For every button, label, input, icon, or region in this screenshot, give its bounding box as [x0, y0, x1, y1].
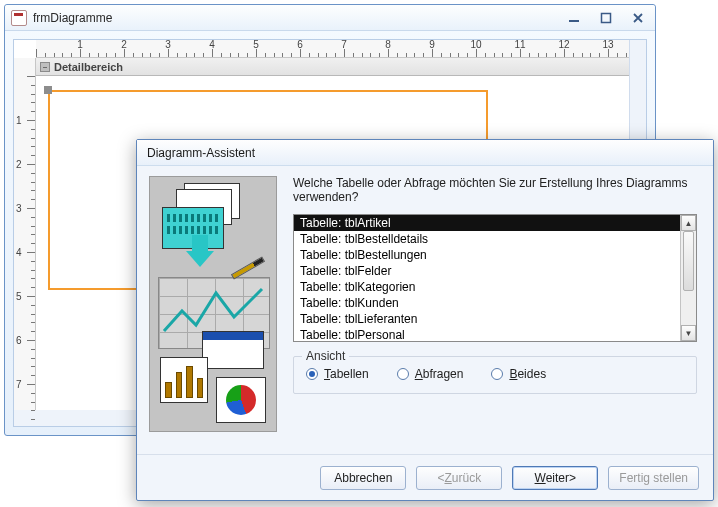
list-item[interactable]: Tabelle: tblFelder [294, 263, 680, 279]
form-icon [11, 10, 27, 26]
dialog-footer: Abbrechen < Zurück Weiter > Fertig stell… [137, 454, 713, 500]
finish-button-label: Fertig stellen [619, 471, 688, 485]
radio-icon [397, 368, 409, 380]
list-item[interactable]: Tabelle: tblLieferanten [294, 311, 680, 327]
table-listbox[interactable]: Tabelle: tblArtikelTabelle: tblBestellde… [293, 214, 697, 342]
horizontal-ruler: 12345678910111213 [36, 40, 630, 58]
titlebar[interactable]: frmDiagramme [5, 5, 655, 31]
list-item[interactable]: Tabelle: tblKategorien [294, 279, 680, 295]
scroll-up-button[interactable]: ▲ [681, 215, 696, 231]
finish-button[interactable]: Fertig stellen [608, 466, 699, 490]
back-button[interactable]: < Zurück [416, 466, 502, 490]
view-groupbox: Ansicht TabellenAbfragenBeides [293, 356, 697, 394]
dialog-titlebar[interactable]: Diagramm-Assistent [137, 140, 713, 166]
maximize-button[interactable] [595, 10, 617, 26]
wizard-illustration [149, 176, 277, 432]
next-button-label: Weiter [535, 471, 569, 485]
minimize-button[interactable] [563, 10, 585, 26]
svg-rect-1 [602, 13, 611, 22]
back-button-label: Zurück [444, 471, 481, 485]
section-header-detail[interactable]: Detailbereich [36, 58, 630, 76]
arrow-down-icon [186, 251, 214, 267]
svg-rect-0 [569, 20, 579, 22]
view-radio-abfragen[interactable]: Abfragen [397, 367, 464, 381]
view-radio-beides[interactable]: Beides [491, 367, 546, 381]
radio-label: Beides [509, 367, 546, 381]
scroll-thumb[interactable] [683, 231, 694, 291]
list-item[interactable]: Tabelle: tblBestelldetails [294, 231, 680, 247]
scroll-down-button[interactable]: ▼ [681, 325, 696, 341]
list-item[interactable]: Tabelle: tblKunden [294, 295, 680, 311]
pie-chart-icon [216, 377, 266, 423]
resize-handle-icon[interactable] [44, 86, 52, 94]
list-item[interactable]: Tabelle: tblBestellungen [294, 247, 680, 263]
section-header-label: Detailbereich [54, 61, 123, 73]
radio-label: Abfragen [415, 367, 464, 381]
radio-icon [306, 368, 318, 380]
section-toggle-icon [40, 62, 50, 72]
bar-chart-icon [160, 357, 208, 403]
list-item[interactable]: Tabelle: tblPersonal [294, 327, 680, 342]
window-title: frmDiagramme [33, 11, 112, 25]
next-button[interactable]: Weiter > [512, 466, 598, 490]
dialog-title: Diagramm-Assistent [147, 146, 255, 160]
wizard-prompt: Welche Tabelle oder Abfrage möchten Sie … [293, 176, 697, 204]
view-radio-tabellen[interactable]: Tabellen [306, 367, 369, 381]
close-button[interactable] [627, 10, 649, 26]
cancel-button[interactable]: Abbrechen [320, 466, 406, 490]
vertical-ruler: 1234567 [14, 58, 36, 410]
scrollbar[interactable]: ▲ ▼ [680, 215, 696, 341]
chart-wizard-dialog: Diagramm-Assistent Welche Tabelle oder A… [136, 139, 714, 501]
radio-icon [491, 368, 503, 380]
view-group-legend: Ansicht [302, 349, 349, 363]
radio-label: Tabellen [324, 367, 369, 381]
list-item[interactable]: Tabelle: tblArtikel [294, 215, 680, 231]
